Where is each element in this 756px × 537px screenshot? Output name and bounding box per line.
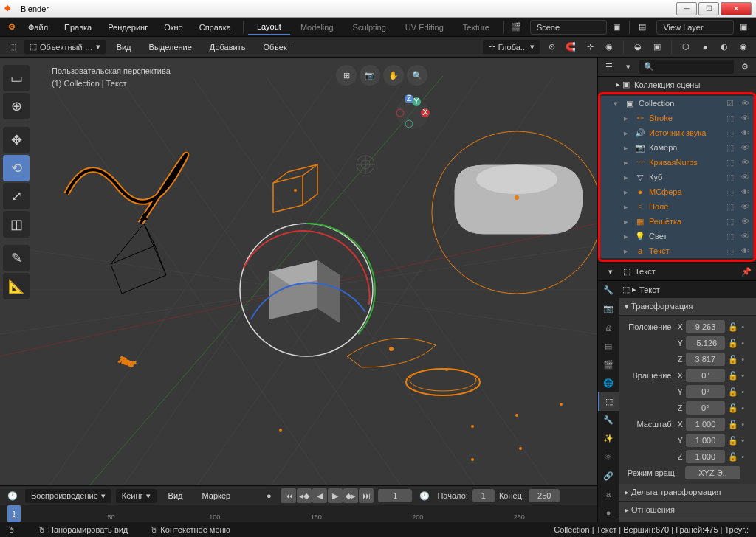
eye-icon[interactable]: 👁: [739, 114, 751, 122]
restrict-icon[interactable]: ⬚: [724, 173, 736, 182]
ptab-modifier[interactable]: 🔧: [598, 411, 619, 429]
restrict-icon[interactable]: ⬚: [724, 202, 736, 212]
restrict-icon[interactable]: ⬚: [724, 143, 736, 153]
tool-transform[interactable]: ◫: [3, 211, 30, 238]
scale-x[interactable]: 1.000: [686, 418, 725, 431]
pivot-icon[interactable]: ⊙: [543, 39, 560, 55]
restrict-icon[interactable]: ⬚: [724, 232, 736, 241]
eye-icon[interactable]: 👁: [739, 246, 751, 255]
rot-mode[interactable]: XYZ Э..: [685, 466, 740, 479]
tool-scale[interactable]: ⤢: [3, 183, 30, 209]
clock-icon[interactable]: 🕐: [416, 488, 433, 504]
tab-layout[interactable]: Layout: [248, 19, 290, 35]
rot-x[interactable]: 0°: [686, 369, 725, 382]
rot-z[interactable]: 0°: [686, 401, 726, 415]
play-rev-icon[interactable]: ◀: [312, 488, 327, 503]
lock-icon[interactable]: 🔓: [728, 355, 738, 364]
shading-wire-icon[interactable]: ⬡: [678, 39, 694, 55]
outliner-display-icon[interactable]: ▾: [620, 59, 636, 75]
menu-window[interactable]: Окно: [157, 20, 190, 35]
tool-cursor[interactable]: ⊕: [3, 93, 30, 119]
ptab-viewlayer[interactable]: ▤: [598, 336, 619, 355]
pan-icon[interactable]: ✋: [383, 65, 404, 86]
props-item-name[interactable]: Текст: [635, 267, 656, 276]
scene-browse-icon[interactable]: ▣: [608, 19, 625, 35]
restrict-icon[interactable]: ⬚: [724, 217, 736, 226]
tab-texture[interactable]: Texture: [454, 20, 498, 35]
restrict-icon[interactable]: ⬚: [724, 114, 736, 123]
shading-matprev-icon[interactable]: ◐: [716, 39, 732, 55]
lock-icon[interactable]: 🔓: [728, 371, 738, 381]
propedit-icon[interactable]: ◉: [601, 39, 617, 55]
scene-field[interactable]: Scene: [530, 20, 608, 35]
ptab-render[interactable]: 📷: [598, 299, 619, 318]
jump-start-icon[interactable]: ⏮: [281, 488, 296, 503]
menu-add[interactable]: Добавить: [202, 40, 253, 55]
outliner-item[interactable]: ▸▦Решётка⬚👁: [600, 214, 754, 229]
restrict-icon[interactable]: ⬚: [724, 246, 736, 256]
menu-edit[interactable]: Правка: [57, 20, 99, 35]
timeline-marker[interactable]: Маркер: [194, 488, 238, 503]
outliner-item[interactable]: ▸📷Камера⬚👁: [600, 140, 754, 155]
lock-icon[interactable]: 🔓: [728, 322, 738, 332]
section-delta[interactable]: ▸ Дельта-трансформация: [619, 484, 756, 502]
lock-icon[interactable]: 🔓: [728, 436, 738, 446]
timeline-view[interactable]: Вид: [161, 488, 190, 503]
eye-icon[interactable]: 👁: [739, 187, 751, 196]
ptab-object[interactable]: ⬚: [598, 392, 619, 411]
tab-sculpting[interactable]: Sculpting: [344, 20, 395, 35]
ptab-material[interactable]: ●: [598, 504, 619, 522]
outliner-filter-icon[interactable]: ⚙: [737, 59, 753, 75]
restrict-icon[interactable]: ⬚: [724, 158, 736, 167]
camera-icon[interactable]: 📷: [360, 65, 380, 86]
overlay-icon[interactable]: ◒: [630, 39, 646, 55]
outliner-scene-collection[interactable]: ▸ ▣ Коллекция сцены: [598, 77, 756, 92]
minimize-button[interactable]: ─: [676, 2, 697, 15]
lock-icon[interactable]: 🔓: [728, 403, 738, 413]
lock-icon[interactable]: 🔓: [728, 387, 738, 397]
ptab-constraint[interactable]: 🔗: [598, 467, 619, 485]
outliner-item[interactable]: ▸✏Stroke⬚👁: [600, 111, 754, 125]
ptab-output[interactable]: 🖨: [598, 318, 619, 336]
pos-y[interactable]: -5.126: [686, 336, 725, 350]
ptab-data[interactable]: a: [598, 485, 619, 504]
tool-move[interactable]: ✥: [3, 127, 30, 153]
outliner-item[interactable]: ▸●МСфера⬚👁: [600, 184, 754, 199]
pos-x[interactable]: 9.263: [686, 320, 725, 333]
tool-annotate[interactable]: ✎: [3, 245, 30, 271]
menu-object[interactable]: Объект: [255, 40, 298, 55]
ptab-tool[interactable]: 🔧: [598, 281, 619, 299]
tool-rotate[interactable]: ⟲: [3, 155, 30, 181]
eye-icon[interactable]: 👁: [739, 158, 751, 167]
outliner-collection-row[interactable]: ▾▣Collection ☑ 👁: [600, 96, 754, 111]
menu-render[interactable]: Рендеринг: [100, 20, 155, 35]
eye-icon[interactable]: 👁: [739, 173, 751, 181]
lock-icon[interactable]: 🔓: [728, 420, 738, 429]
timeline-ruler[interactable]: 1 0 50 100 150 200 250: [0, 505, 597, 522]
outliner-item[interactable]: ▸💡Свет⬚👁: [600, 229, 754, 243]
lock-icon[interactable]: 🔓: [728, 339, 738, 348]
breadcrumb[interactable]: Текст: [639, 285, 660, 294]
ptab-world[interactable]: 🌐: [598, 374, 619, 392]
snapto-icon[interactable]: ⊹: [582, 39, 598, 55]
viewlayer-field[interactable]: View Layer: [656, 20, 734, 35]
pin-icon[interactable]: 📌: [741, 267, 752, 277]
ptab-physics[interactable]: ⚛: [598, 448, 619, 466]
play-icon[interactable]: ▶: [328, 488, 343, 503]
menu-view[interactable]: Вид: [109, 40, 139, 55]
lock-icon[interactable]: 🔓: [728, 452, 738, 462]
eye-icon[interactable]: 👁: [739, 217, 751, 226]
ptab-scene[interactable]: 🎬: [598, 356, 619, 374]
orientation-dropdown[interactable]: ⊹Глоба...▾: [483, 40, 540, 54]
menu-select[interactable]: Выделение: [142, 40, 199, 55]
restrict-icon[interactable]: ⬚: [724, 187, 736, 197]
outliner-type-icon[interactable]: ☰: [601, 59, 617, 75]
restrict-icon[interactable]: ⬚: [724, 128, 736, 138]
shading-render-icon[interactable]: ◉: [735, 39, 752, 55]
frame-start[interactable]: 1: [472, 489, 495, 502]
outliner-item[interactable]: ▸〰КриваяNurbs⬚👁: [600, 155, 754, 170]
current-frame[interactable]: 1: [378, 489, 412, 502]
maximize-button[interactable]: ☐: [698, 2, 719, 15]
pos-z[interactable]: 3.817: [686, 353, 726, 366]
playback-dropdown[interactable]: Воспроизведение ▾: [25, 489, 111, 503]
